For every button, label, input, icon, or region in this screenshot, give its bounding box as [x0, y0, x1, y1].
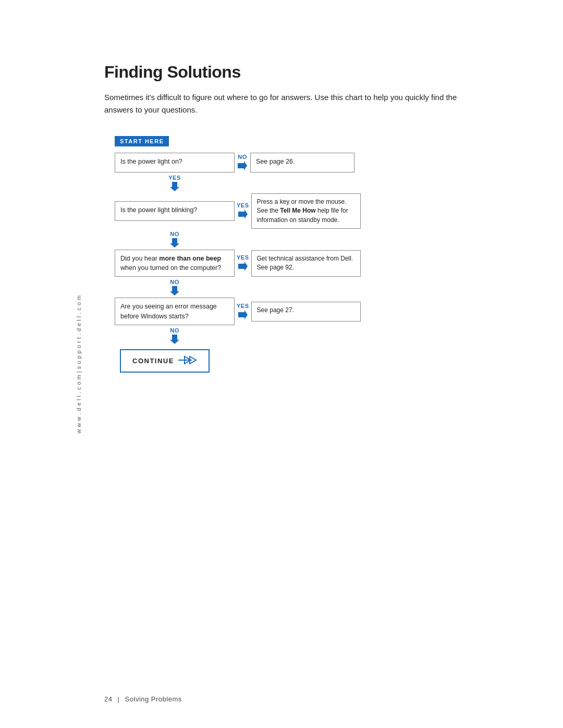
side-watermark: w w w . d e l l . c o m | s u p p o r t … [76, 295, 82, 433]
continue-arrow-icon [178, 354, 197, 367]
question-box-1: Is the power light on? [115, 153, 235, 172]
no-down-4: NO [115, 327, 235, 344]
svg-marker-1 [170, 182, 179, 191]
intro-text: Sometimes it's difficult to figure out w… [104, 91, 459, 116]
flow-row-4: Are you seeing an error message before W… [115, 298, 438, 325]
arrow-right-icon-2 [237, 208, 249, 220]
arrow-right-icon-4 [237, 309, 249, 320]
answer-box-4: See page 27. [251, 302, 361, 322]
svg-marker-2 [238, 209, 248, 219]
arrow-down-icon-1 [169, 181, 180, 191]
flow-row-1: Is the power light on? NO See page 26. [115, 153, 438, 172]
footer-section: Solving Problems [125, 695, 182, 703]
svg-marker-3 [170, 238, 179, 248]
main-content: Finding Solutions Sometimes it's difficu… [104, 63, 511, 373]
footer: 24 | Solving Problems [104, 695, 182, 703]
answer-box-1: See page 26. [250, 153, 354, 172]
svg-marker-5 [170, 286, 179, 295]
arrow-down-icon-4 [169, 334, 180, 344]
svg-marker-6 [238, 310, 248, 319]
footer-separator: | [118, 695, 120, 703]
arrow-down-icon-3 [169, 285, 180, 295]
svg-marker-7 [170, 335, 179, 344]
no-down-2: NO [115, 231, 235, 248]
answer-box-2: Press a key or move the mouse. See the T… [251, 193, 361, 229]
question-box-3: Did you hear more than one beep when you… [115, 250, 235, 277]
continue-label: CONTINUE [132, 357, 174, 365]
question-box-4: Are you seeing an error message before W… [115, 298, 235, 325]
arrow-right-icon-3 [237, 261, 249, 272]
flow-row-2: Is the power light blinking? YES Press a… [115, 193, 438, 229]
continue-button[interactable]: CONTINUE [120, 349, 210, 373]
footer-page-num: 24 [104, 695, 112, 703]
svg-marker-4 [238, 262, 248, 271]
yes-label-2: YES [237, 202, 249, 208]
yes-down-1: YES [115, 175, 235, 191]
arrow-right-icon-1 [237, 160, 248, 171]
flow-row-3: Did you hear more than one beep when you… [115, 250, 438, 277]
start-here-label: START HERE [115, 136, 169, 146]
svg-marker-0 [238, 161, 247, 170]
no-down-3: NO [115, 279, 235, 295]
page-title: Finding Solutions [104, 63, 511, 82]
flowchart: START HERE Is the power light on? NO See… [115, 136, 438, 373]
answer-box-3: Get technical assistance from Dell. See … [251, 250, 361, 277]
yes-label-3: YES [237, 254, 249, 261]
question-box-2: Is the power light blinking? [115, 201, 235, 221]
no-label-1: NO [238, 154, 247, 160]
yes-label-4: YES [237, 303, 249, 309]
arrow-down-icon-2 [169, 237, 180, 248]
